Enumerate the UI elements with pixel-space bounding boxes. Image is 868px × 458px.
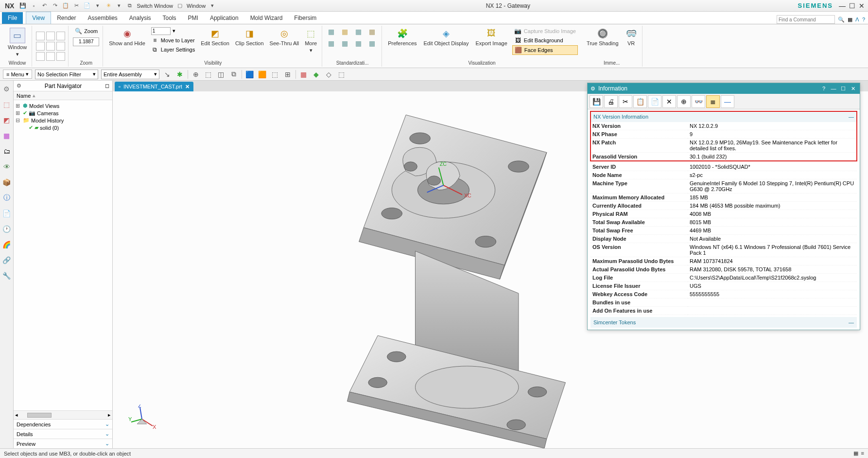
info-target-icon[interactable]: ⊕ [677,95,691,108]
menu-button[interactable]: ≡Menu▾ [3,70,32,79]
close-tab-icon[interactable]: ✕ [185,84,190,90]
info-minus-icon[interactable]: — [721,95,734,108]
sel-icon-2[interactable]: ✱ [175,70,185,79]
tree-cameras[interactable]: ⊞✔📷Cameras [16,109,110,117]
sel-icon-7[interactable]: 🟦 [245,70,255,79]
minimize-button[interactable]: — [838,1,847,10]
info-cut-icon[interactable]: ✂ [619,95,632,108]
info-titlebar[interactable]: ⚙ Information ? — ☐ ✕ [588,83,860,94]
info-print-icon[interactable]: 🖨 [604,95,618,108]
sel-icon-11[interactable]: ▦ [299,70,309,79]
sel-icon-6[interactable]: ⧉ [229,70,239,79]
layer-value[interactable]: ▾ [149,27,197,35]
sel-icon-1[interactable]: ↘ [162,70,172,79]
sel-icon-14[interactable]: ⬚ [337,70,347,79]
preferences-button[interactable]: 🧩Preferences [386,27,418,55]
move-to-layer-button[interactable]: ≡Move to Layer [149,36,197,45]
sel-icon-8[interactable]: 🟧 [258,70,267,79]
sel-icon-3[interactable]: ⊕ [191,70,201,79]
edit-object-display-button[interactable]: ◈Edit Object Display [422,27,471,55]
undo-icon[interactable]: ↶ [40,2,48,10]
new-icon[interactable]: ▫ [30,2,37,10]
copy-icon[interactable]: 📋 [62,2,69,10]
info-maximize-button[interactable]: ☐ [839,86,847,92]
true-shading-button[interactable]: 🔘True Shading [585,27,621,47]
info-close-button[interactable]: ✕ [849,86,857,92]
info-copy-icon[interactable]: 📋 [633,95,647,108]
tree-model-history[interactable]: ⊟📁Model History [16,117,110,124]
nav-icon-12[interactable]: 🔧 [1,270,12,281]
show-hide-button[interactable]: ◉ Show and Hide [107,27,147,47]
paste-icon[interactable]: 📄 [83,2,91,10]
tab-assemblies[interactable]: Assemblies [82,12,123,24]
qat-dropdown-icon[interactable]: ▾ [94,2,102,10]
nav-icon-5[interactable]: 👁 [1,161,12,172]
sel-icon-9[interactable]: ⬚ [270,70,280,79]
gear-icon[interactable]: ⚙ [17,83,21,89]
nav-icon-6[interactable]: 📦 [1,177,12,188]
close-button[interactable]: ✕ [857,1,866,10]
file-tab-active[interactable]: ▫ INVESTMENT_CAST.prt ✕ [115,82,193,91]
std-icon-1[interactable]: ▦ [326,27,336,36]
clip-section-button[interactable]: ◨Clip Section [233,27,266,47]
nav-dependencies[interactable]: Dependencies⌄ [14,419,112,429]
nav-icon-2[interactable]: ◩ [1,115,12,125]
find-command-input[interactable] [777,15,835,24]
switch-window-label[interactable]: Switch Window [137,2,173,10]
layer-settings-button[interactable]: ⧉Layer Settings [149,45,197,54]
nav-icon-10[interactable]: 🌈 [1,239,12,250]
view-orientation-grid[interactable] [36,32,65,61]
info-section-tokens[interactable]: Simcenter Tokens — [590,317,857,328]
nav-icon-9[interactable]: 🕐 [1,224,12,234]
vr-button[interactable]: 🥽VR [624,27,639,47]
redo-icon[interactable]: ↷ [51,2,59,10]
info-delete-icon[interactable]: ✕ [662,95,676,108]
sel-icon-10[interactable]: ⊞ [283,70,293,79]
help-icon[interactable]: ? [862,17,865,22]
tab-pmi[interactable]: PMI [182,12,204,24]
search-icon[interactable]: 🔍 [838,17,845,23]
layer-input[interactable] [151,27,171,35]
info-save-icon[interactable]: 💾 [590,95,603,108]
cut-icon[interactable]: ✂ [72,2,80,10]
selection-filter-dropdown[interactable]: No Selection Filter▾ [35,70,98,79]
std-icon-6[interactable]: ▦ [340,38,349,48]
nav-column-header[interactable]: Name ▴ [14,91,112,100]
edit-background-button[interactable]: 🖼Edit Background [512,36,578,45]
touch-icon[interactable]: ✳ [104,2,112,10]
pin-icon[interactable]: ◻ [105,83,109,89]
info-paste-icon[interactable]: 📄 [648,95,661,108]
edit-section-button[interactable]: ◩Edit Section [199,27,231,47]
tab-tools[interactable]: Tools [157,12,182,24]
nav-icon-7[interactable]: ⓘ [1,193,12,203]
see-thru-button[interactable]: ◎See-Thru All [268,27,301,47]
tab-view[interactable]: View [26,12,51,24]
std-icon-3[interactable]: ▦ [353,27,363,36]
info-glasses-icon[interactable]: 👓 [692,95,705,108]
window-dropdown-icon[interactable]: ▾ [208,2,216,10]
zoom-button[interactable]: 🔍 Zoom [72,27,100,35]
tab-file[interactable]: File [2,12,23,24]
sel-icon-12[interactable]: ◆ [312,70,321,79]
tree-solid[interactable]: ✔▰solid (0) [16,124,110,131]
window-icon[interactable]: ▢ [176,2,184,10]
status-icon-2[interactable]: ≡ [861,450,864,457]
zoom-value-input[interactable] [73,37,99,46]
nav-icon-3[interactable]: ▦ [1,130,12,141]
tab-application[interactable]: Application [204,12,244,24]
nav-icon-8[interactable]: 📄 [1,208,12,219]
status-icon-1[interactable]: ▦ [853,450,858,457]
assembly-scope-dropdown[interactable]: Entire Assembly▾ [101,70,159,79]
std-icon-2[interactable]: ▦ [340,27,349,36]
window-label[interactable]: Window [187,2,206,10]
gear-icon[interactable]: ⚙ [1,84,12,94]
tab-render[interactable]: Render [51,12,82,24]
save-icon[interactable]: 💾 [19,2,27,10]
window-button[interactable]: ▭ Window ▾ [6,27,29,58]
std-icon-7[interactable]: ▦ [353,38,363,48]
more-visibility-button[interactable]: ⬚More▾ [303,27,319,54]
face-edges-button[interactable]: 🟫Face Edges [512,45,578,55]
info-list-icon[interactable]: ≣ [706,95,720,108]
window-switch-icon[interactable]: ⧉ [126,2,134,10]
scroll-thumb[interactable] [27,413,52,418]
